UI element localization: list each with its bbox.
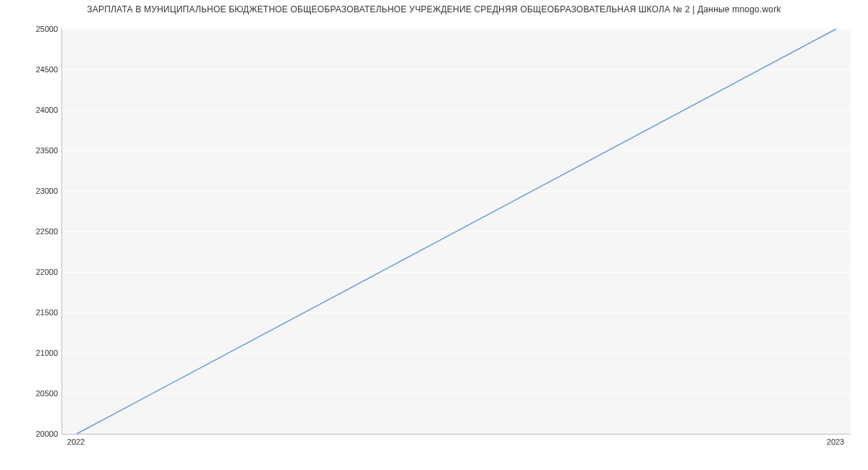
y-tick-label: 22500 [4,227,58,236]
y-tick-label: 23500 [4,146,58,155]
x-tick-label: 2022 [67,437,85,446]
chart-title: ЗАРПЛАТА В МУНИЦИПАЛЬНОЕ БЮДЖЕТНОЕ ОБЩЕО… [0,4,868,14]
y-tick-label: 20000 [4,430,58,438]
y-tick-label: 24500 [4,65,58,74]
x-tick-label: 2023 [827,437,844,446]
y-tick-label: 25000 [4,25,58,33]
y-tick-label: 20500 [4,389,58,398]
y-tick-label: 21000 [4,349,58,357]
y-tick-label: 22000 [4,268,58,276]
plot-area [61,29,851,435]
chart-container: ЗАРПЛАТА В МУНИЦИПАЛЬНОЕ БЮДЖЕТНОЕ ОБЩЕО… [0,0,868,470]
y-tick-label: 21500 [4,308,58,317]
series-line [77,29,836,434]
y-tick-label: 24000 [4,106,58,114]
y-tick-label: 23000 [4,187,58,195]
chart-svg [62,29,851,434]
